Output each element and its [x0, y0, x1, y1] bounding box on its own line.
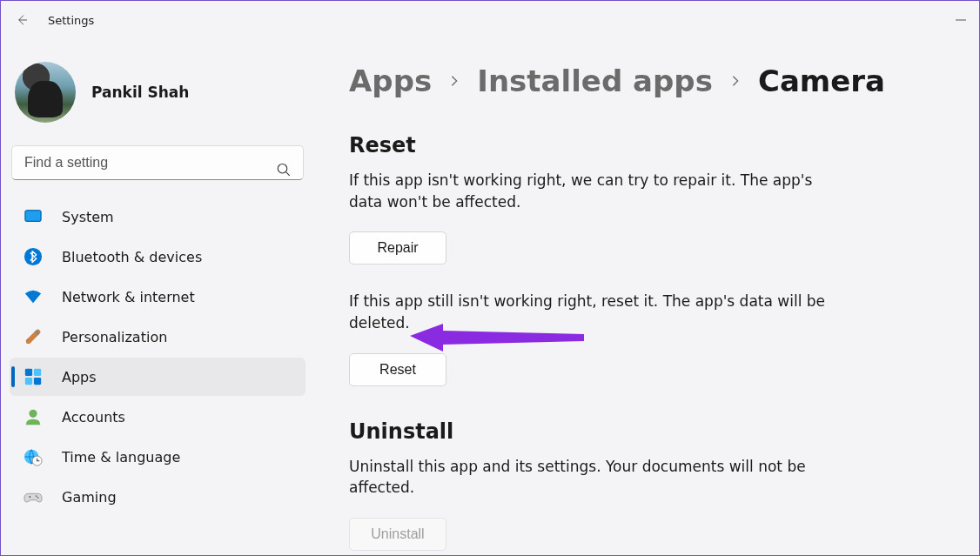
reset-heading: Reset — [349, 133, 944, 157]
system-icon — [23, 207, 43, 226]
window-controls — [955, 14, 967, 26]
chevron-right-icon — [447, 70, 461, 92]
sidebar-item-personalization[interactable]: Personalization — [10, 318, 305, 356]
person-icon — [23, 407, 43, 426]
arrow-left-icon — [15, 13, 29, 27]
gamepad-icon — [23, 487, 43, 506]
sidebar-item-label: Network & internet — [62, 289, 195, 305]
sidebar-item-system[interactable]: System — [10, 198, 305, 236]
breadcrumb-installed[interactable]: Installed apps — [477, 64, 713, 98]
sidebar-item-accounts[interactable]: Accounts — [10, 398, 305, 436]
svg-point-14 — [29, 496, 30, 498]
apps-icon — [23, 367, 43, 386]
window-title: Settings — [48, 14, 94, 27]
sidebar-item-label: Time & language — [62, 449, 180, 466]
sidebar-item-time[interactable]: Time & language — [10, 438, 305, 476]
svg-point-6 — [24, 248, 42, 265]
uninstall-button[interactable]: Uninstall — [349, 518, 446, 551]
brush-icon — [23, 327, 43, 346]
svg-point-15 — [36, 495, 37, 497]
profile-name: Pankil Shah — [91, 84, 189, 101]
breadcrumb-apps[interactable]: Apps — [349, 64, 432, 98]
svg-rect-9 — [25, 378, 32, 385]
sidebar-item-gaming[interactable]: Gaming — [10, 478, 305, 516]
sidebar-item-apps[interactable]: Apps — [10, 358, 305, 396]
chevron-right-icon — [728, 70, 742, 92]
sidebar-item-label: Personalization — [62, 329, 167, 345]
bluetooth-icon — [23, 247, 43, 266]
svg-line-2 — [285, 171, 290, 176]
globe-clock-icon — [23, 447, 43, 466]
sidebar-item-label: Apps — [62, 369, 97, 385]
wifi-icon — [23, 287, 43, 306]
svg-point-1 — [278, 164, 287, 173]
sidebar-item-label: Gaming — [62, 489, 117, 506]
search-wrap — [10, 145, 305, 198]
sidebar-item-label: Accounts — [62, 409, 125, 425]
breadcrumb: Apps Installed apps Camera — [349, 64, 944, 98]
minimize-icon — [955, 14, 967, 26]
sidebar-item-label: System — [62, 209, 114, 225]
reset-description: If this app still isn't working right, r… — [349, 291, 871, 333]
breadcrumb-current: Camera — [758, 64, 885, 98]
svg-point-11 — [29, 410, 37, 418]
minimize-button[interactable] — [955, 14, 967, 26]
svg-rect-10 — [34, 378, 41, 385]
search-icon — [276, 162, 292, 178]
svg-rect-5 — [26, 211, 41, 221]
svg-point-16 — [37, 497, 39, 499]
avatar — [15, 62, 76, 123]
uninstall-description: Uninstall this app and its settings. You… — [349, 456, 871, 499]
back-button[interactable] — [13, 11, 30, 29]
sidebar-item-network[interactable]: Network & internet — [10, 278, 305, 316]
uninstall-heading: Uninstall — [349, 419, 944, 444]
profile-block[interactable]: Pankil Shah — [10, 46, 305, 145]
sidebar-nav: System Bluetooth & devices Network & int… — [10, 198, 305, 516]
reset-button[interactable]: Reset — [349, 353, 446, 386]
titlebar: Settings — [1, 1, 979, 39]
sidebar: Pankil Shah System Bluetooth & devices — [1, 39, 314, 555]
sidebar-item-bluetooth[interactable]: Bluetooth & devices — [10, 238, 305, 276]
repair-description: If this app isn't working right, we can … — [349, 170, 819, 212]
svg-rect-8 — [34, 369, 41, 376]
search-input[interactable] — [11, 145, 304, 180]
sidebar-item-label: Bluetooth & devices — [62, 249, 202, 265]
repair-button[interactable]: Repair — [349, 231, 446, 265]
content-area: Apps Installed apps Camera Reset If this… — [314, 39, 979, 555]
svg-rect-7 — [25, 369, 32, 376]
